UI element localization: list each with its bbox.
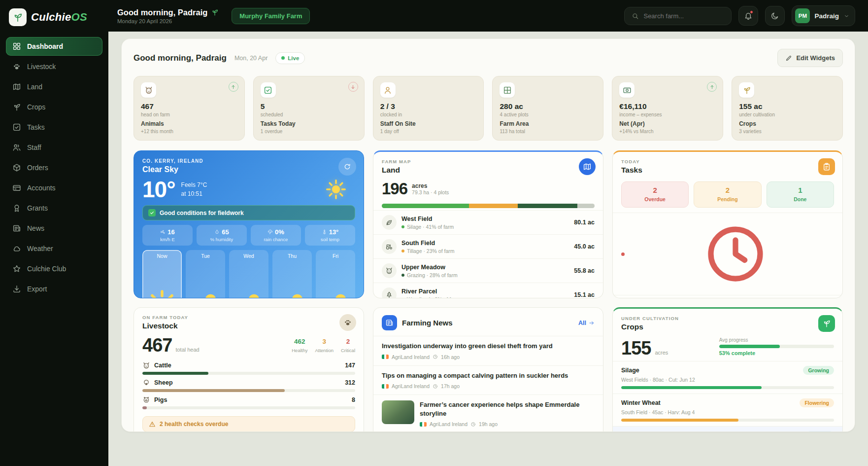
stat-card-staff[interactable]: 2 / 3 clocked in Staff On Site 1 day off <box>373 76 484 141</box>
animal-bar <box>142 389 355 392</box>
news-item[interactable]: Tips on managing a compact calving patte… <box>373 365 603 395</box>
search-input[interactable] <box>643 12 724 20</box>
sidebar-item-culchie-club[interactable]: Culchie Club <box>6 259 102 278</box>
forecast-day-tue[interactable]: Tue12°6° <box>186 250 225 298</box>
sidebar-item-tasks[interactable]: Tasks <box>6 118 102 137</box>
news-header: Farming News All <box>373 308 603 336</box>
award-icon <box>12 204 21 213</box>
status-dot <box>401 250 404 252</box>
crop-row-spring-barley[interactable]: Spring BarleySeeded Top Field · 30ac · S… <box>613 426 842 432</box>
plot-name: River Parcel <box>401 288 460 295</box>
sidebar-item-orders[interactable]: Orders <box>6 158 102 177</box>
refresh-icon <box>343 163 351 171</box>
task-row[interactable]: Move herd to west paddock08:00 <box>613 213 842 295</box>
animal-row-cattle[interactable]: Cattle147 <box>134 359 364 376</box>
crops-button[interactable] <box>818 315 835 332</box>
sidebar-item-label: News <box>27 224 44 232</box>
crop-status-badge: Growing <box>803 366 834 375</box>
pig-icon <box>142 396 150 404</box>
avg-progress-bar <box>719 345 834 348</box>
stat-footnote: 1 overdue <box>261 129 357 134</box>
status-dot <box>621 252 625 256</box>
app-logo[interactable]: CulchieOS <box>6 6 102 34</box>
wheat-icon <box>739 82 754 98</box>
news-item[interactable]: Investigation underway into green diesel… <box>373 336 603 365</box>
forecast-day-thu[interactable]: Thu17°8° <box>272 250 312 298</box>
sidebar-item-livestock[interactable]: Livestock <box>6 57 102 76</box>
sidebar-item-label: Accounts <box>27 184 56 192</box>
sidebar-item-dashboard[interactable]: Dashboard <box>6 37 102 56</box>
weather-widget: CO. KERRY, IRELAND Clear Sky 10° Feels 7… <box>134 150 364 298</box>
search-bar[interactable] <box>624 7 732 25</box>
farming-news-widget: Farming News All Investigation underway … <box>373 307 603 432</box>
stat-card-animals[interactable]: 467 head on farm Animals +12 this month <box>134 76 245 141</box>
stat-card-tasks-today[interactable]: 5 scheduled Tasks Today 1 overdue <box>253 76 365 141</box>
crop-meta: West Fields · 80ac · Cut: Jun 12 <box>621 377 834 383</box>
forecast-day-fri[interactable]: Fri18°8° <box>316 250 355 298</box>
grid-icon <box>12 42 21 51</box>
stat-card-net[interactable]: €16,110 income – expenses Net (Apr) +14%… <box>612 76 723 141</box>
stat-value: 280 ac <box>500 102 596 111</box>
plot-row-south-field[interactable]: South FieldTillage · 23% of farm 45.0 ac <box>373 234 603 258</box>
stat-card-crops[interactable]: 155 ac under cultivation Crops 3 varieti… <box>732 76 843 141</box>
news-item[interactable]: Farmer’s cancer experience helps shape E… <box>373 394 603 432</box>
ireland-flag-icon <box>420 422 427 427</box>
news-meta: AgriLand Ireland16h ago <box>382 354 553 360</box>
sidebar-item-label: Land <box>27 83 42 91</box>
stat-footnote: 3 varieties <box>739 129 835 134</box>
sidebar-item-grants[interactable]: Grants <box>6 199 102 217</box>
news-all-link[interactable]: All <box>578 320 595 326</box>
plot-row-river-parcel[interactable]: River ParcelWoodland · 8% of farm 15.1 a… <box>373 283 603 298</box>
newspaper-icon <box>12 224 21 233</box>
done-pill[interactable]: 1Done <box>767 181 834 208</box>
sidebar-item-accounts[interactable]: Accounts <box>6 179 102 197</box>
clipboard-icon <box>822 162 831 171</box>
farm-badge[interactable]: Murphy Family Farm <box>232 8 310 24</box>
clock-icon <box>433 384 438 389</box>
stat-label: Crops <box>739 120 835 127</box>
sidebar-item-label: Dashboard <box>27 42 63 50</box>
land-total-unit: acres79.3 ha · 4 plots <box>412 182 449 196</box>
forecast-day-now[interactable]: Now14°0° <box>142 250 182 298</box>
tractor-icon <box>382 239 397 254</box>
plot-row-upper-meadow[interactable]: Upper MeadowGrazing · 28% of farm 55.8 a… <box>373 258 603 283</box>
bar-segment-silage <box>382 204 469 208</box>
stat-card-farm-area[interactable]: 280 ac 4 active plots Farm Area 113 ha t… <box>492 76 603 141</box>
pending-pill[interactable]: 2Pending <box>694 181 761 208</box>
sidebar-item-land[interactable]: Land <box>6 77 102 96</box>
animal-row-pigs[interactable]: Pigs8 <box>134 394 364 411</box>
page-title: Good morning, Padraig <box>134 53 227 63</box>
sidebar-item-news[interactable]: News <box>6 219 102 238</box>
stat-value-sub: head on farm <box>141 112 237 117</box>
notifications-button[interactable] <box>738 6 758 26</box>
metric-humidity: 65% humidity <box>197 225 247 246</box>
user-menu[interactable]: PM Padraig <box>792 5 855 26</box>
forecast-day-wed[interactable]: Wed13°6° <box>229 250 268 298</box>
plot-area: 55.8 ac <box>574 267 595 274</box>
sidebar-item-export[interactable]: Export <box>6 280 102 298</box>
stat-footnote: 113 ha total <box>500 129 596 134</box>
overdue-pill[interactable]: 2Overdue <box>621 181 689 208</box>
metric-soil-temp: 13°soil temp <box>305 225 355 246</box>
sidebar-item-label: Culchie Club <box>27 265 66 273</box>
refresh-button[interactable] <box>338 158 356 176</box>
dark-mode-toggle[interactable] <box>765 6 785 26</box>
health-summary: 462Healthy 3Attention 2Critical <box>292 338 355 354</box>
task-row[interactable]: Check water troughs10:00 <box>613 295 842 298</box>
cow-icon <box>382 263 397 278</box>
crop-row-silage[interactable]: SilageGrowing West Fields · 80ac · Cut: … <box>613 361 842 394</box>
plot-row-west-field[interactable]: West FieldSilage · 41% of farm 80.1 ac <box>373 210 603 234</box>
animal-row-sheep[interactable]: Sheep312 <box>134 376 364 394</box>
tasks-button[interactable] <box>818 158 835 175</box>
edit-widgets-button[interactable]: Edit Widgets <box>777 49 843 67</box>
livestock-button[interactable] <box>339 314 356 331</box>
open-map-button[interactable] <box>579 158 596 175</box>
news-headline: Investigation underway into green diesel… <box>382 342 553 351</box>
crop-row-winter-wheat[interactable]: Winter WheatFlowering South Field · 45ac… <box>613 394 842 426</box>
sidebar-item-staff[interactable]: Staff <box>6 138 102 157</box>
metric-rain: 0%rain chance <box>251 225 301 246</box>
thermometer-icon <box>322 229 327 235</box>
umbrella-icon <box>267 229 273 235</box>
sidebar-item-crops[interactable]: Crops <box>6 98 102 116</box>
sidebar-item-weather[interactable]: Weather <box>6 239 102 258</box>
